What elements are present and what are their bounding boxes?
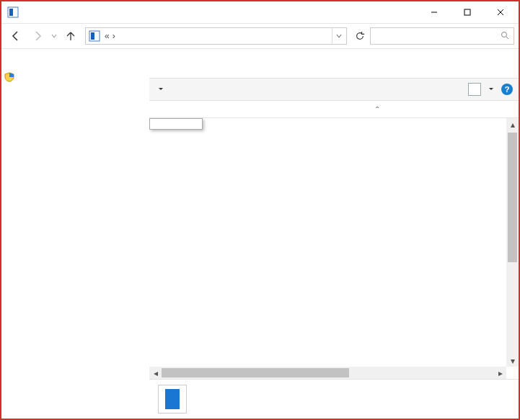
address-bar[interactable]: « › xyxy=(85,27,347,45)
view-mode-button[interactable] xyxy=(468,83,481,96)
maximize-button[interactable] xyxy=(451,1,484,23)
up-button[interactable] xyxy=(61,26,81,46)
nav-bar: « › xyxy=(1,23,519,49)
svg-line-9 xyxy=(506,37,508,39)
window-icon xyxy=(7,6,19,18)
history-dropdown[interactable] xyxy=(49,33,59,39)
scroll-left-arrow[interactable]: ◂ xyxy=(149,367,162,379)
toolbar: ? xyxy=(149,78,519,101)
minimize-button[interactable] xyxy=(418,1,451,23)
hscroll-thumb[interactable] xyxy=(162,368,349,377)
chevron-down-icon xyxy=(158,86,164,92)
shield-icon xyxy=(4,72,14,82)
context-menu xyxy=(149,118,203,130)
svg-point-8 xyxy=(502,32,507,37)
windows-features-link[interactable] xyxy=(4,71,142,82)
back-button[interactable] xyxy=(6,26,26,46)
details-thumbnail xyxy=(158,385,187,414)
control-panel-icon xyxy=(89,30,100,42)
sidebar xyxy=(1,49,149,419)
close-button[interactable] xyxy=(484,1,517,23)
scroll-thumb[interactable] xyxy=(508,133,517,262)
details-pane xyxy=(149,379,519,419)
scroll-down-arrow[interactable]: ▾ xyxy=(506,354,519,367)
horizontal-scrollbar[interactable]: ◂ ▸ xyxy=(149,367,506,379)
sort-indicator-icon: ⌃ xyxy=(374,105,380,113)
chevron-right-icon[interactable]: « xyxy=(105,31,110,41)
svg-rect-1 xyxy=(9,9,13,16)
search-input[interactable] xyxy=(375,31,498,41)
program-list: ▴ ▾ ◂ ▸ xyxy=(149,118,519,379)
svg-rect-3 xyxy=(464,9,470,15)
svg-rect-7 xyxy=(91,32,94,40)
scroll-right-arrow[interactable]: ▸ xyxy=(494,367,506,379)
main-panel: ? ⌃ ▴ ▾ ◂ ▸ xyxy=(149,49,519,419)
name-column-header[interactable]: ⌃ xyxy=(155,105,387,113)
address-dropdown[interactable] xyxy=(332,28,345,44)
search-box[interactable] xyxy=(370,27,514,45)
help-icon[interactable]: ? xyxy=(501,84,513,95)
search-icon xyxy=(501,31,509,42)
organize-menu[interactable] xyxy=(155,86,164,92)
refresh-button[interactable] xyxy=(351,27,369,45)
forward-button[interactable] xyxy=(27,26,48,46)
chevron-down-icon[interactable] xyxy=(488,86,494,92)
vertical-scrollbar[interactable]: ▴ ▾ xyxy=(506,118,519,367)
column-headers: ⌃ xyxy=(149,101,519,118)
context-uninstall[interactable] xyxy=(151,121,200,127)
chevron-right-icon[interactable]: › xyxy=(113,31,115,41)
scroll-up-arrow[interactable]: ▴ xyxy=(506,118,519,130)
title-bar xyxy=(1,1,519,23)
